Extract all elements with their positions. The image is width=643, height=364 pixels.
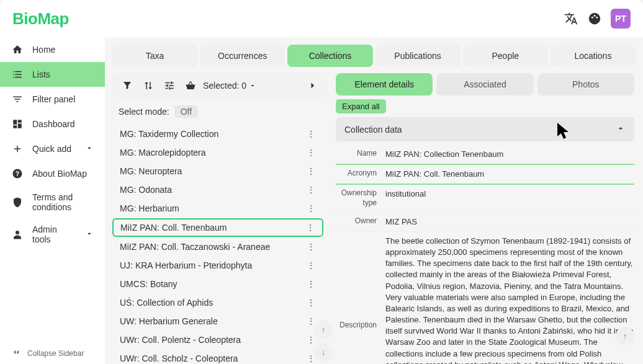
detail-tab-element[interactable]: Element details: [336, 73, 433, 95]
more-icon[interactable]: ⋮: [306, 166, 316, 176]
tab-publications[interactable]: Publications: [375, 45, 461, 67]
scroll-down-button[interactable]: ↓: [314, 343, 333, 362]
scroll-up-button[interactable]: ↑: [314, 321, 333, 339]
more-icon[interactable]: ⋮: [306, 148, 316, 158]
list-item-label: UMCS: Botany: [120, 279, 178, 289]
sidebar-item-home[interactable]: Home: [0, 37, 105, 62]
list-item-label: UŚ: Collection of Aphids: [120, 298, 213, 308]
collapse-label: Collapse Sidebar: [27, 349, 84, 358]
translate-icon[interactable]: [564, 11, 578, 26]
field-label: Acronym: [336, 169, 385, 180]
list-item[interactable]: UJ: KRA Herbarium - Pteridophyta⋮: [112, 257, 323, 274]
list-item-label: MiIZ PAN: Coll. Taczanowski - Araneae: [120, 242, 270, 252]
tune-icon[interactable]: [161, 77, 178, 94]
detail-tab-photos[interactable]: Photos: [537, 73, 634, 95]
avatar[interactable]: PT: [611, 9, 631, 29]
policy-icon: [11, 196, 24, 208]
basket-icon[interactable]: [182, 77, 199, 94]
list-container[interactable]: MG: Taxidermy Collection⋮ MG: Macrolepid…: [112, 125, 327, 364]
sort-icon[interactable]: [140, 77, 157, 94]
main-panels: Selected: 0 Select mode: Off MG: Taxider…: [112, 73, 643, 364]
tab-occurrences[interactable]: Occurrences: [200, 45, 285, 67]
list-item[interactable]: MiIZ PAN: Coll. Tenenbaum⋮: [112, 218, 323, 237]
list-item-label: UJ: KRA Herbarium - Pteridophyta: [120, 260, 252, 270]
list-item[interactable]: MG: Taxidermy Collection⋮: [112, 125, 323, 143]
filter-icon: [11, 93, 24, 105]
list-item[interactable]: MiIZ PAN: Coll. Taczanowski - Araneae⋮: [112, 238, 323, 255]
scroll-up-button[interactable]: ↑: [616, 327, 634, 345]
svg-point-3: [596, 17, 598, 19]
tab-locations[interactable]: Locations: [551, 45, 636, 67]
detail-tab-associated[interactable]: Associated: [436, 73, 533, 95]
palette-icon[interactable]: [587, 11, 602, 26]
collapse-sidebar[interactable]: Collapse Sidebar: [0, 342, 105, 364]
sidebar-item-label: Terms and conditions: [32, 192, 94, 212]
tabs: Taxa Occurrences Collections Publication…: [112, 45, 643, 67]
logo[interactable]: BioMap: [12, 9, 69, 29]
list-item[interactable]: UWr: Coll. Polentz - Coleoptera⋮: [112, 331, 323, 348]
select-mode-label: Select mode:: [119, 107, 169, 117]
field-row: Owner MIZ PAS: [336, 213, 634, 232]
field-rows[interactable]: Name MiIZ PAN: Collection Tenenbaum Acro…: [336, 145, 634, 364]
list-item[interactable]: UMCS: Botany⋮: [112, 275, 323, 293]
list-item-label: MG: Neuroptera: [120, 166, 182, 176]
detail-tabs: Element details Associated Photos: [336, 73, 634, 95]
right-panel: Element details Associated Photos Expand…: [336, 73, 643, 364]
list-item-label: UWr: Coll. Scholz - Coleoptera: [120, 353, 238, 363]
field-value: MiIZ PAN: Coll. Tenenbaum: [385, 169, 634, 180]
field-value: The beetle collection of Szymon Tenenbau…: [385, 236, 634, 364]
more-icon[interactable]: ⋮: [306, 279, 316, 289]
sidebar: Home Lists Filter panel Dashboard Quick …: [0, 37, 105, 364]
sidebar-item-about[interactable]: ? About BioMap: [0, 161, 105, 186]
more-icon[interactable]: ⋮: [306, 316, 316, 326]
admin-icon: [11, 228, 24, 241]
field-row: Acronym MiIZ PAN: Coll. Tenenbaum: [336, 165, 634, 185]
more-icon[interactable]: ⋮: [306, 203, 316, 213]
filter-icon[interactable]: [119, 77, 136, 94]
svg-point-2: [594, 15, 596, 17]
more-icon[interactable]: ⋮: [306, 335, 316, 345]
list-item[interactable]: MG: Odonata⋮: [112, 181, 323, 198]
tab-collections[interactable]: Collections: [287, 45, 372, 67]
field-label: Ownership type: [336, 189, 385, 208]
more-icon[interactable]: ⋮: [306, 298, 316, 308]
field-row: Ownership type institutional: [336, 185, 634, 212]
list-item[interactable]: MG: Macrolepidoptera⋮: [112, 144, 323, 161]
list-item-label: MG: Odonata: [120, 185, 172, 195]
sidebar-item-quickadd[interactable]: Quick add: [0, 136, 105, 161]
more-icon[interactable]: ⋮: [306, 260, 316, 270]
tab-taxa[interactable]: Taxa: [112, 45, 197, 67]
tab-people[interactable]: People: [463, 45, 548, 67]
svg-point-6: [16, 231, 19, 234]
list-item-label: UWr: Coll. Polentz - Coleoptera: [120, 335, 241, 345]
sidebar-item-dashboard[interactable]: Dashboard: [0, 112, 105, 136]
sidebar-item-label: Dashboard: [32, 119, 75, 129]
sidebar-item-filter[interactable]: Filter panel: [0, 87, 105, 112]
dashboard-icon: [11, 118, 24, 130]
select-mode: Select mode: Off: [112, 102, 327, 122]
field-row: Name MiIZ PAN: Collection Tenenbaum: [336, 145, 634, 165]
svg-point-0: [589, 13, 600, 24]
sidebar-item-label: Filter panel: [32, 94, 75, 104]
list-item[interactable]: MG: Neuroptera⋮: [112, 162, 323, 180]
sidebar-item-terms[interactable]: Terms and conditions: [0, 186, 105, 218]
section-title: Collection data: [344, 125, 402, 135]
expand-all[interactable]: Expand all: [336, 99, 386, 113]
list-item[interactable]: UŚ: Collection of Aphids⋮: [112, 294, 323, 311]
list-item[interactable]: MG: Herbarium⋮: [112, 200, 323, 217]
selected-count[interactable]: Selected: 0: [203, 81, 256, 91]
more-icon[interactable]: ⋮: [305, 223, 315, 233]
select-mode-value[interactable]: Off: [174, 105, 198, 118]
sidebar-item-lists[interactable]: Lists: [0, 62, 105, 87]
sidebar-item-admin[interactable]: Admin tools: [0, 218, 105, 251]
sidebar-item-label: Lists: [32, 69, 50, 79]
chevron-right-icon[interactable]: [304, 77, 321, 94]
content: Taxa Occurrences Collections Publication…: [105, 37, 643, 364]
list-item[interactable]: UW: Herbarium Generale⋮: [112, 313, 323, 330]
more-icon[interactable]: ⋮: [306, 185, 316, 195]
list-item[interactable]: UWr: Coll. Scholz - Coleoptera⋮: [112, 350, 323, 364]
section-header[interactable]: Collection data: [336, 117, 634, 141]
more-icon[interactable]: ⋮: [306, 242, 316, 252]
more-icon[interactable]: ⋮: [306, 129, 316, 139]
list-item-label: MG: Taxidermy Collection: [120, 129, 218, 139]
